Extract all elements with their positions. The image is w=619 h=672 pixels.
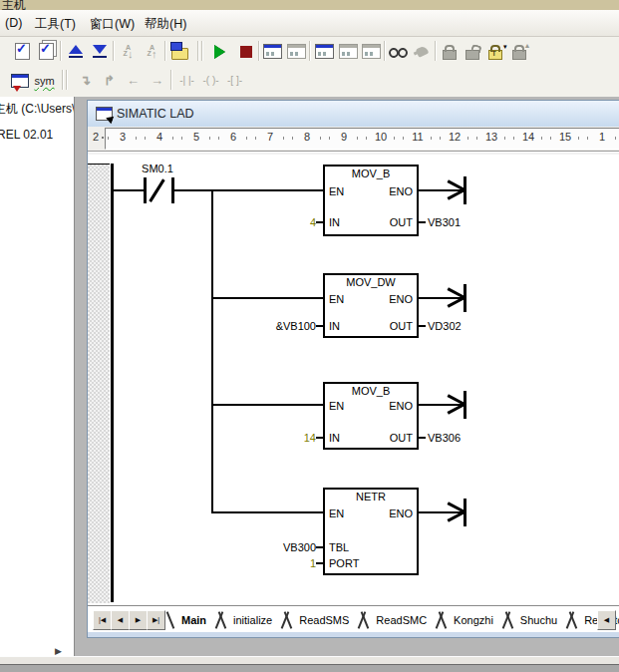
options-button[interactable]	[168, 40, 191, 63]
sort-ascending-icon: AZ↓	[124, 45, 134, 57]
output-stub	[417, 325, 426, 327]
unlock-all-padlock-icon: ▲	[512, 50, 526, 60]
menu-item-help[interactable]: 帮助(H)	[142, 15, 189, 34]
pou-tabs: Main initialize ReadSMS ReadSMC Kongzhi …	[163, 609, 619, 631]
ruler-number: 8	[299, 131, 315, 143]
sym-icon: sym	[34, 75, 54, 87]
tree-scroll-right-arrow[interactable]: ▶	[55, 646, 62, 656]
tab-separator	[566, 610, 575, 630]
instruction-block-mov-dw[interactable]: MOV_DW EN ENO IN OUT	[323, 273, 419, 338]
pin-eno: ENO	[389, 400, 413, 412]
instruction-block-mov-b-1[interactable]: MOV_B EN ENO IN OUT	[323, 165, 419, 236]
address-table-button[interactable]	[8, 69, 31, 92]
tab-separator	[215, 610, 224, 630]
tab-nav-next[interactable]: ▶	[129, 610, 148, 630]
force-button	[411, 40, 434, 63]
tab-scroll-left-button[interactable]: ◀	[597, 610, 616, 630]
line-left-icon: ←	[127, 73, 140, 88]
tab-main[interactable]: Main	[172, 611, 215, 629]
tab-shuchu[interactable]: Shuchu	[511, 611, 566, 629]
line-down-button: ↴	[74, 69, 97, 92]
lad-window-icon	[96, 107, 113, 121]
pin-port: PORT	[329, 557, 359, 569]
line-right-icon: →	[151, 73, 163, 88]
column-ruler: 2 3 4 5 6 7 8 9 10 11 12 13 14 15	[88, 127, 619, 151]
nc-contact-slash[interactable]	[149, 178, 164, 201]
block-input-value[interactable]: 4	[246, 216, 316, 228]
input-stub	[316, 546, 323, 548]
tab-kongzhi[interactable]: Kongzhi	[445, 611, 502, 629]
tab-readsms[interactable]: ReadSMS	[290, 611, 358, 629]
block-input-value[interactable]: 1	[246, 557, 316, 569]
wire	[211, 511, 323, 513]
ruler-number: 9	[336, 131, 352, 143]
block-input-value[interactable]: &VB100	[246, 320, 316, 332]
address-table-icon	[11, 74, 29, 88]
sort-ascending-button: AZ↓	[117, 40, 140, 63]
menu-item-debug-partial[interactable]: (D)	[2, 15, 25, 31]
ruler-number: 11	[410, 131, 426, 143]
tree-item-host[interactable]: 主机 (C:\Users\	[0, 101, 75, 118]
program-status-button[interactable]	[261, 40, 284, 63]
compile-all-icon	[39, 43, 54, 60]
write-status-icon	[362, 44, 381, 59]
tab-separator	[436, 610, 445, 630]
wire	[211, 297, 323, 299]
menu-item-tools[interactable]: 工具(T)	[32, 15, 79, 34]
instruction-block-mov-b-2[interactable]: MOV_B EN ENO IN OUT	[323, 382, 419, 450]
run-button[interactable]	[208, 40, 231, 63]
menu-item-window[interactable]: 窗口(W)	[87, 15, 138, 34]
compile-all-button[interactable]	[35, 40, 58, 63]
contact-address-label[interactable]: SM0.1	[130, 163, 185, 174]
view-status-button[interactable]	[387, 40, 410, 63]
hand-pointer-icon	[416, 45, 430, 58]
block-output-address[interactable]: VD302	[428, 320, 462, 332]
tab-readsmc[interactable]: ReadSMC	[367, 611, 436, 629]
tab-nav-first[interactable]: |◀	[93, 610, 112, 630]
block-output-address[interactable]: VB306	[428, 432, 461, 444]
pin-eno: ENO	[389, 185, 413, 197]
ruler-number: 1	[594, 131, 610, 143]
instruction-block-netr[interactable]: NETR EN ENO TBL PORT	[323, 488, 419, 575]
pin-in: IN	[329, 320, 340, 332]
block-title: NETR	[325, 491, 417, 503]
ruler-number: 7	[262, 131, 278, 143]
tab-nav-previous[interactable]: ◀	[111, 610, 130, 630]
tab-initialize[interactable]: initialize	[224, 611, 281, 629]
contact-icon: -| |-	[179, 75, 194, 86]
pin-in: IN	[329, 216, 340, 228]
download-button[interactable]	[88, 40, 111, 63]
lad-window-title: SIMATIC LAD	[117, 107, 194, 121]
simatic-lad-titlebar[interactable]: SIMATIC LAD	[88, 101, 619, 128]
pause-chart-status-icon	[339, 44, 358, 59]
line-down-icon: ↴	[80, 73, 91, 88]
chart-status-icon	[315, 44, 334, 59]
unlock-button	[461, 40, 483, 63]
block-input-value[interactable]: VB300	[246, 541, 316, 553]
compile-button[interactable]	[11, 40, 34, 63]
line-right-button: →	[146, 69, 168, 92]
application-window: 主机 (D) 工具(T) 窗口(W) 帮助(H) AZ↓ AZ↑	[0, 0, 619, 672]
pin-tbl: TBL	[329, 541, 349, 553]
password-lock-button[interactable]: T▾	[483, 40, 506, 63]
coil-icon: -( )-	[202, 75, 218, 86]
ladder-canvas[interactable]: SM0.1 MOV_B EN ENO IN OUT 4	[88, 155, 619, 605]
insert-box-button: -[ ]-	[223, 69, 246, 92]
pause-chart-status-button	[337, 40, 360, 63]
chart-status-button[interactable]	[313, 40, 336, 63]
contact-bar-left	[144, 177, 147, 203]
unlock-all-button: ▲	[507, 40, 530, 63]
symbolic-addressing-button[interactable]: sym	[33, 69, 56, 92]
upload-button[interactable]	[64, 40, 87, 63]
ruler-number: 14	[520, 131, 536, 143]
window-titlebar: 主机	[0, 0, 619, 10]
ruler-number: 5	[188, 131, 204, 143]
insert-coil-button: -( )-	[199, 69, 222, 92]
line-up-icon: ↱	[104, 73, 115, 88]
wire	[174, 189, 323, 191]
tree-item-release[interactable]: REL 02.01	[0, 128, 53, 142]
stop-button[interactable]	[234, 40, 257, 63]
block-input-value[interactable]: 14	[246, 432, 316, 444]
tab-separator	[163, 610, 172, 630]
block-output-address[interactable]: VB301	[428, 216, 461, 228]
